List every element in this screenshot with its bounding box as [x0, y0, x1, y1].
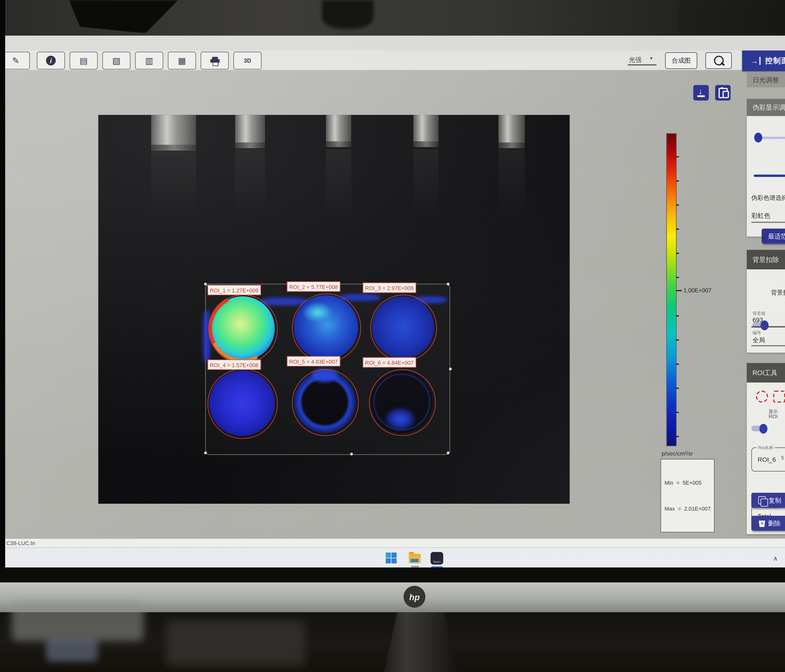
- image-canvas[interactable]: ROI_1 = 1.27E+009 ROI_2 = 5.77E+008 ROI_…: [98, 115, 569, 504]
- info-icon: i: [46, 56, 56, 65]
- hp-logo: hp: [403, 586, 425, 608]
- max-slider-fill: [754, 175, 785, 177]
- control-panel-header[interactable]: → 控制面板: [742, 50, 785, 71]
- roi-name-input[interactable]: Roi名称 ROI_6: [751, 447, 785, 471]
- signal-smear: [260, 298, 308, 306]
- scope-dropdown[interactable]: 全局: [752, 336, 765, 345]
- fit-range-button[interactable]: 最适范围: [762, 229, 785, 243]
- show-roi-toggle[interactable]: [751, 426, 766, 431]
- pseudocolor-scale-bar: [666, 133, 677, 446]
- background-value-label: 背景值: [752, 311, 765, 317]
- app-statusbar: C38-LUC.tn: [5, 538, 785, 547]
- search-icon: [714, 56, 724, 65]
- open-filename: C38-LUC.tn: [6, 540, 35, 546]
- reflection: [499, 149, 525, 218]
- scope-underline: [751, 345, 785, 346]
- roi-circle-1[interactable]: [209, 295, 278, 363]
- reflection: [235, 149, 265, 218]
- sample-tube: [413, 115, 439, 147]
- sample-tube: [235, 115, 265, 148]
- scale-tick: [676, 315, 679, 316]
- roi-name-label: Roi名称: [757, 445, 775, 451]
- photo-of-monitor: – □ ✕ ✎ i ▤ ▧ ▥ ▦ 3D 光强 ▾ 合成图: [0, 0, 785, 672]
- table-button[interactable]: ▦: [168, 52, 196, 70]
- copy-icon: [758, 496, 766, 504]
- composite-image-button[interactable]: 合成图: [665, 52, 697, 69]
- scale-tick: [676, 436, 679, 437]
- scale-min: Min = 5E+005: [665, 479, 711, 487]
- section-roi-title: ROI工具: [752, 368, 777, 377]
- info-button[interactable]: i: [37, 52, 65, 70]
- roi-circle-5[interactable]: [292, 369, 359, 436]
- scale-tick: [676, 277, 679, 278]
- show-roi-toggle-label: 显示ROI: [768, 409, 778, 419]
- plate-corner-dot: [447, 451, 449, 454]
- roi-label-2[interactable]: ROI_2 = 5.77E+008: [287, 281, 340, 292]
- background-object: [322, 0, 374, 29]
- roi-circle-tool[interactable]: [756, 391, 768, 403]
- scale-units: p/sec/cm²/sr: [661, 451, 693, 457]
- copy-image-button[interactable]: [715, 85, 731, 101]
- section-roi-header[interactable]: ROI工具 ∧: [747, 363, 785, 382]
- palette-select[interactable]: 彩虹色: [751, 211, 770, 220]
- sample-tube: [326, 115, 351, 147]
- roi-label-5[interactable]: ROI_5 = 4.63E+007: [287, 356, 340, 366]
- roi-circle-6[interactable]: [369, 369, 436, 436]
- monitor-screen: – □ ✕ ✎ i ▤ ▧ ▥ ▦ 3D 光强 ▾ 合成图: [5, 36, 785, 569]
- roi-name-value: ROI_6: [758, 456, 776, 463]
- roi-circle-2[interactable]: [292, 293, 361, 362]
- reflection: [413, 149, 439, 218]
- section-background-body: 扣除方式 自动 ▾ 背景扣除 背景值 693 B 编号 全局 ▾ 背景ROI: [747, 269, 785, 352]
- section-background-title: 背景扣除: [752, 256, 779, 264]
- plate-edge-dot: [449, 368, 452, 370]
- scale-tick: [676, 340, 679, 340]
- export-image-icon: ▧: [112, 55, 120, 66]
- roi-circle-3[interactable]: [370, 295, 437, 361]
- background-value-underline: [751, 326, 785, 327]
- section-background-header[interactable]: 背景扣除 ∧: [747, 250, 785, 269]
- edit-tool-button[interactable]: ✎: [5, 52, 30, 70]
- view-3d-button[interactable]: 3D: [233, 52, 261, 70]
- section-pseudocolor-title: 伪彩显示调整: [752, 103, 785, 112]
- roi-label-3[interactable]: ROI_3 = 2.97E+008: [363, 282, 416, 293]
- roi-label-4[interactable]: ROI_4 = 1.57E+008: [208, 360, 261, 370]
- roi-label-1[interactable]: ROI_1 = 1.27E+009: [208, 285, 261, 295]
- export-image-button[interactable]: ▧: [102, 52, 130, 70]
- dropdown-underline: [628, 64, 657, 65]
- sample-tube: [499, 115, 525, 148]
- delete-roi-button[interactable]: 删除: [751, 516, 785, 531]
- main-toolbar: ✎ i ▤ ▧ ▥ ▦ 3D 光强 ▾ 合成图: [5, 50, 785, 70]
- search-button[interactable]: [705, 52, 732, 69]
- printer-icon: [210, 57, 219, 65]
- report-icon: ▤: [80, 55, 88, 66]
- report-button[interactable]: ▤: [70, 52, 98, 70]
- signal-mode-dropdown[interactable]: 光强: [629, 56, 642, 64]
- file-explorer-icon[interactable]: [409, 554, 421, 563]
- section-pseudocolor-header[interactable]: 伪彩显示调整 ∧: [747, 99, 785, 116]
- roi-circle-4[interactable]: [208, 369, 278, 439]
- background-shelf: [679, 0, 785, 34]
- tray-chevron-icon[interactable]: ∧: [773, 555, 778, 562]
- section-daylight-header[interactable]: 日光调整 ∨: [747, 72, 785, 87]
- print-button[interactable]: [201, 52, 229, 70]
- plate-corner-dot: [204, 451, 207, 454]
- windows-taskbar: Tanon ∧ 中 18:06 2024/3/27: [5, 547, 785, 569]
- gallery-button[interactable]: ▥: [135, 52, 163, 70]
- scale-tick: [676, 180, 679, 181]
- pen-icon: ✎: [12, 55, 19, 66]
- reflection: [326, 149, 351, 218]
- scale-tick: [676, 363, 679, 365]
- background-value-input[interactable]: 693: [752, 317, 763, 323]
- monitor-bezel-left: [0, 0, 5, 609]
- monitor-bezel-bottom: [0, 568, 785, 582]
- roi-label-6[interactable]: ROI_6 = 4.84E+007: [363, 357, 416, 368]
- tanon-app-icon[interactable]: Tanon: [430, 552, 443, 565]
- scale-tick: [676, 388, 679, 389]
- download-image-button[interactable]: [693, 85, 709, 101]
- gallery-icon: ▥: [145, 55, 153, 66]
- room-background: [0, 0, 785, 37]
- copy-roi-button[interactable]: 复制: [751, 493, 785, 508]
- start-button[interactable]: [386, 552, 397, 563]
- roi-rectangle-tool[interactable]: [773, 391, 785, 403]
- min-slider-thumb[interactable]: [754, 133, 762, 142]
